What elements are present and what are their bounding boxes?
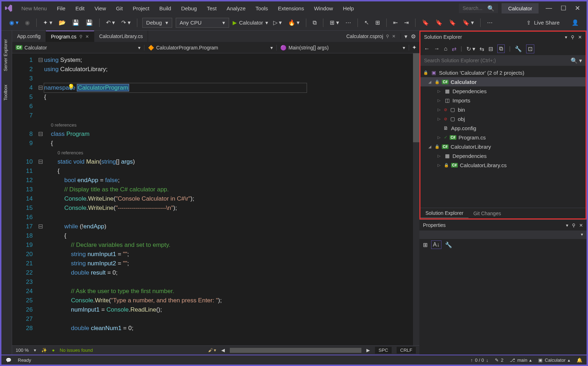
prop-close-icon[interactable]: ✕	[579, 223, 583, 228]
menu-new[interactable]: New Menu	[17, 3, 51, 14]
tb-bookmark3-icon[interactable]: 🔖	[447, 18, 457, 27]
tb-bookmark2-icon[interactable]: 🔖	[434, 18, 444, 27]
menu-edit[interactable]: Edit	[71, 3, 89, 14]
se-close-icon[interactable]: ✕	[578, 35, 582, 40]
tab-calclib[interactable]: CalculatorLibrary.cs	[94, 31, 148, 42]
menu-extensions[interactable]: Extensions	[274, 3, 308, 14]
tb-bookmark4-icon[interactable]: 🔖 ▾	[461, 18, 475, 27]
tb-cursor-icon[interactable]: ↖	[363, 18, 370, 27]
lightbulb-icon[interactable]: 💡	[68, 84, 75, 90]
tree-proj-calclib[interactable]: ◢🔒C#CalculatorLibrary	[420, 142, 586, 151]
horizontal-scrollbar[interactable]	[230, 348, 361, 353]
tab-program[interactable]: Program.cs⚲✕	[46, 31, 94, 42]
menu-help[interactable]: Help	[339, 3, 358, 14]
tree-program-cs[interactable]: ▷✓C#Program.cs	[420, 133, 586, 142]
tb-indent-left-icon[interactable]: ⇤	[392, 18, 399, 27]
tab-dropdown-icon[interactable]: ▾	[404, 33, 407, 40]
close-button[interactable]: ✕	[575, 4, 580, 12]
prop-wrench-icon[interactable]: 🔧	[445, 242, 452, 248]
live-share-button[interactable]: ⇪Live Share	[526, 20, 560, 26]
notifications-icon[interactable]: 🔔	[577, 357, 582, 363]
tb-step-icon[interactable]: ⊞ ▾	[328, 18, 340, 27]
tab-git-changes[interactable]: Git Changes	[468, 209, 506, 218]
output-icon[interactable]: 💬	[6, 357, 11, 363]
menu-git[interactable]: Git	[112, 3, 127, 14]
nav-method[interactable]: 🟣Main(string[] args)▾	[277, 45, 409, 51]
run-no-debug-button[interactable]: ▷ ▾	[272, 18, 283, 27]
toolbox-tab[interactable]: Toolbox	[1, 83, 12, 102]
tree-proj-calculator[interactable]: ◢🔒C#Calculator	[420, 77, 586, 86]
tree-obj[interactable]: ▷⊘▢obj	[420, 114, 586, 123]
tree-calclib-cs[interactable]: ▷🔒C#CalculatorLibrary.cs	[420, 160, 586, 170]
menu-project[interactable]: Project	[128, 3, 154, 14]
search-input[interactable]	[462, 5, 487, 11]
se-wrench-icon[interactable]: 🔧	[515, 46, 522, 52]
menu-test[interactable]: Test	[202, 3, 221, 14]
prop-cat-icon[interactable]: ⊞	[423, 242, 428, 248]
solution-tree[interactable]: 🔒▣Solution 'Calculator' (2 of 2 projects…	[420, 66, 586, 208]
vertical-scrollbar[interactable]	[413, 53, 419, 345]
maximize-button[interactable]: ☐	[561, 4, 566, 12]
prop-az-icon[interactable]: A↓	[431, 240, 441, 249]
close-icon[interactable]: ✕	[85, 34, 89, 39]
tb-layout-icon[interactable]: ⊞	[374, 18, 381, 27]
se-switch-icon[interactable]: ⇄	[452, 46, 456, 52]
tree-imports[interactable]: ▷◫Imports	[420, 96, 586, 105]
status-changes[interactable]: ✎ 2	[495, 357, 503, 363]
tb-link-icon[interactable]: ⋯	[344, 18, 353, 27]
se-preview-icon[interactable]: ⊡	[526, 44, 534, 53]
brush-icon[interactable]: 🖌 ▾	[208, 348, 217, 353]
menu-file[interactable]: File	[53, 3, 70, 14]
tab-csproj[interactable]: Calculator.csproj⚲✕	[341, 33, 401, 39]
save-button[interactable]: 💾	[71, 18, 81, 27]
start-debug-button[interactable]: ▶Calculator▾	[233, 20, 268, 26]
tb-bookmark-icon[interactable]: 🔖	[420, 18, 430, 27]
undo-button[interactable]: ↶ ▾	[105, 18, 116, 27]
status-updown[interactable]: ↑ 0 / 0 ↓	[471, 357, 488, 363]
code-content[interactable]: using System;using CalculatorLibrary;nam…	[44, 53, 413, 345]
tb-overflow-icon[interactable]: ⋯	[486, 18, 494, 27]
tab-appconfig[interactable]: App.config	[12, 31, 46, 42]
tab-solution-explorer[interactable]: Solution Explorer	[420, 208, 468, 218]
code-editor[interactable]: 💡 12345678910111213141516171819202122232…	[12, 53, 419, 345]
tree-dependencies2[interactable]: ▷▦Dependencies	[420, 151, 586, 160]
status-branch[interactable]: ⎇ main ▴	[510, 357, 532, 363]
global-search[interactable]: 🔍	[459, 4, 498, 13]
minimize-button[interactable]: —	[546, 4, 552, 12]
save-all-button[interactable]: 💾	[84, 18, 94, 27]
hscroll-left[interactable]: ◀	[221, 348, 225, 353]
hscroll-right[interactable]: ▶	[366, 348, 370, 353]
se-search[interactable]: 🔍 ▾	[420, 55, 586, 66]
tb-browser-icon[interactable]: ⧉	[311, 18, 318, 27]
enc-crlf[interactable]: CRLF	[397, 347, 416, 354]
prop-pin-icon[interactable]: ⚲	[572, 223, 576, 228]
zoom-level[interactable]: 100 %	[16, 348, 29, 353]
prop-dropdown-icon[interactable]: ▾	[566, 223, 568, 228]
se-dropdown-icon[interactable]: ▾	[565, 35, 567, 40]
se-fwd-icon[interactable]: →	[434, 46, 440, 52]
nav-fwd-button[interactable]: ◉	[23, 18, 31, 27]
nav-project[interactable]: C#Calculator▾	[12, 45, 144, 51]
redo-button[interactable]: ↷ ▾	[120, 18, 132, 27]
new-project-button[interactable]: ✦ ▾	[42, 18, 53, 27]
issues-label[interactable]: No issues found	[60, 348, 93, 353]
se-collapse-icon[interactable]: ⊟	[488, 46, 493, 52]
fold-gutter[interactable]: ⊟ ⊟ ⊟ ⊟ ⊟	[37, 53, 44, 345]
se-sync-icon[interactable]: ⇆	[480, 46, 484, 52]
tree-solution[interactable]: 🔒▣Solution 'Calculator' (2 of 2 projects…	[420, 68, 586, 77]
se-refresh-icon[interactable]: ↻ ▾	[466, 46, 475, 52]
account-icon[interactable]: 👤	[570, 18, 580, 27]
tree-appconfig[interactable]: 🗎App.config	[420, 123, 586, 133]
menu-build[interactable]: Build	[155, 3, 175, 14]
enc-spc[interactable]: SPC	[375, 347, 392, 354]
menu-debug[interactable]: Debug	[177, 3, 201, 14]
nav-back-button[interactable]: ◉ ▾	[8, 18, 20, 27]
menu-analyze[interactable]: Analyze	[222, 3, 250, 14]
hot-reload-button[interactable]: 🔥 ▾	[287, 18, 301, 27]
tab-settings-icon[interactable]: ⚙	[411, 33, 416, 40]
intellicode-icon[interactable]: ✨	[41, 348, 47, 353]
open-button[interactable]: 📂	[57, 18, 67, 27]
tb-indent-right-icon[interactable]: ⇥	[403, 18, 410, 27]
tree-bin[interactable]: ▷⊘▢bin	[420, 105, 586, 114]
tree-dependencies[interactable]: ▷▦Dependencies	[420, 86, 586, 96]
